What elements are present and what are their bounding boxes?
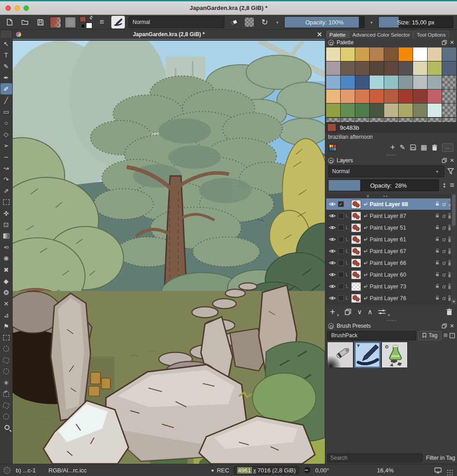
similar-color-selection-tool[interactable] (0, 388, 12, 400)
palette-swatch[interactable] (442, 90, 456, 103)
close-docker-icon[interactable]: ✕ (450, 323, 454, 329)
palette-swatch[interactable] (399, 104, 413, 117)
layer-alpha-icon[interactable]: α (443, 236, 446, 243)
elliptical-selection-tool[interactable] (0, 343, 12, 354)
layer-lock-icon[interactable] (435, 213, 440, 219)
experiment-flask-preset[interactable]: ⚙ (381, 342, 408, 368)
palette-swatch[interactable] (355, 90, 369, 103)
palette-swatch[interactable] (428, 104, 442, 117)
layer-row[interactable]: LPaint Layer 51α (326, 222, 456, 234)
record-icon[interactable]: ● (211, 467, 214, 473)
layer-options-menu-icon[interactable]: ≡ (450, 181, 454, 190)
palette-swatch[interactable] (384, 90, 398, 103)
zoom-tool[interactable] (0, 422, 12, 434)
layer-name[interactable]: Paint Layer 60 (370, 272, 433, 278)
palette-swatch[interactable] (442, 47, 456, 61)
move-layer-up-icon[interactable]: ∧ (367, 308, 372, 316)
save-palette-icon[interactable] (410, 144, 416, 151)
foreground-color-swatch[interactable] (80, 16, 86, 22)
minimize-window-button[interactable] (14, 5, 20, 11)
palette-swatch[interactable] (413, 47, 427, 61)
fg-bg-colors[interactable]: ⇄ (80, 16, 92, 28)
layer-thumbnail[interactable] (351, 270, 361, 279)
float-docker-icon[interactable] (442, 40, 447, 45)
gradient-swatch[interactable] (50, 17, 61, 28)
color-sampler-tool[interactable]: ✑ (0, 241, 12, 253)
layer-lock-icon[interactable] (435, 295, 440, 302)
layer-visibility-icon[interactable] (328, 271, 336, 278)
dynamic-brush-tool[interactable]: ↷ (0, 174, 12, 185)
palette-swatch[interactable] (341, 104, 355, 117)
current-color-swatch[interactable] (327, 123, 336, 132)
palette-swatch[interactable] (413, 118, 427, 122)
palette-swatch[interactable] (341, 47, 355, 61)
rectangular-selection-tool[interactable] (0, 332, 12, 343)
palette-swatch[interactable] (355, 61, 369, 75)
float-docker-icon[interactable] (442, 158, 447, 163)
layer-row[interactable]: LPaint Layer 73α (326, 281, 456, 292)
layer-lock-icon[interactable] (435, 260, 440, 266)
calligraphy-tool[interactable]: ✒ (0, 72, 12, 83)
layer-name[interactable]: Paint Layer 88 (370, 201, 433, 207)
palette-swatch[interactable] (428, 75, 442, 89)
bezier-curve-tool[interactable]: ∼ (0, 151, 12, 162)
palette-swatch[interactable] (413, 90, 427, 103)
duplicate-layer-icon[interactable] (344, 308, 352, 316)
polyline-tool[interactable]: ➢ (0, 140, 12, 151)
layer-alpha-icon[interactable]: α (443, 212, 446, 219)
layer-alpha-icon[interactable]: α (443, 283, 446, 290)
tab-advanced-color-selector[interactable]: Advanced Color Selector (349, 31, 413, 38)
layer-thumbnail[interactable] (351, 247, 361, 256)
colorize-mask-tool[interactable]: ✖ (0, 264, 12, 275)
brush-presets-docker-header[interactable]: Brush Presets ✕ (325, 322, 457, 330)
palette-swatch[interactable] (370, 47, 384, 61)
open-folder-icon[interactable] (19, 16, 31, 28)
size-slider[interactable]: Size: 15,00 px (378, 16, 453, 28)
float-docker-icon[interactable] (442, 323, 447, 329)
tab-palette[interactable]: Palette (326, 31, 349, 38)
layer-thumbnail[interactable] (351, 235, 361, 244)
enclose-fill-tool[interactable]: ❂ (0, 287, 12, 298)
rectangle-tool[interactable]: ▭ (0, 106, 12, 117)
add-swatch-icon[interactable]: + (390, 143, 395, 152)
layer-filter-icon[interactable] (447, 168, 454, 175)
assistants-tool[interactable]: ✕ (0, 298, 12, 309)
palette-grid-icon[interactable]: ▦ (421, 143, 427, 151)
palette-swatch[interactable] (326, 104, 340, 117)
layer-properties-dropdown[interactable]: ▾ (388, 313, 390, 319)
palette-swatch[interactable] (341, 61, 355, 75)
palette-swatch[interactable] (384, 75, 398, 89)
select-shapes-tool[interactable]: ↖ (0, 38, 12, 49)
layer-thumbnail[interactable] (351, 223, 361, 232)
layer-name[interactable]: Paint Layer 76 (370, 295, 433, 302)
close-docker-icon[interactable]: ✕ (450, 157, 454, 164)
layer-alpha-icon[interactable]: α (443, 271, 446, 278)
presets-view-icon[interactable] (449, 333, 455, 339)
ink-pen-preset[interactable] (354, 342, 381, 368)
layer-checkbox[interactable] (338, 283, 344, 289)
palette-swatch[interactable] (384, 61, 398, 75)
layer-visibility-icon[interactable] (328, 212, 336, 219)
palette-swatch[interactable] (341, 118, 355, 122)
bezier-selection-tool[interactable] (0, 400, 12, 411)
palette-swatch[interactable] (355, 104, 369, 117)
save-icon[interactable] (34, 16, 46, 28)
layer-inherit-arrow-icon[interactable] (363, 296, 368, 301)
selection-mode-icon[interactable] (4, 467, 10, 474)
palette-swatch[interactable] (326, 90, 340, 103)
canvas-close-icon[interactable]: ✕ (317, 31, 322, 38)
airbrush-soft-preset[interactable] (327, 342, 353, 368)
layer-alpha-icon[interactable]: α (443, 259, 446, 266)
magnetic-selection-tool[interactable] (0, 411, 12, 422)
palette-swatch[interactable] (341, 90, 355, 103)
palette-swatch[interactable] (370, 75, 384, 89)
canvas-angle-status[interactable]: 0,00° (315, 467, 329, 474)
crop-tool[interactable]: ⊡ (0, 219, 12, 230)
image-size-status[interactable]: 4961 x 7016 (2,8 GiB) (234, 466, 299, 475)
palette-swatch[interactable] (384, 118, 398, 122)
layer-alpha-icon[interactable]: α (443, 224, 446, 231)
palette-swatch[interactable] (399, 75, 413, 89)
opacity-slider[interactable]: Opacity: 100% (284, 16, 365, 28)
palette-swatch[interactable] (413, 75, 427, 89)
layer-row[interactable]: LPaint Layer 67α (326, 245, 456, 257)
